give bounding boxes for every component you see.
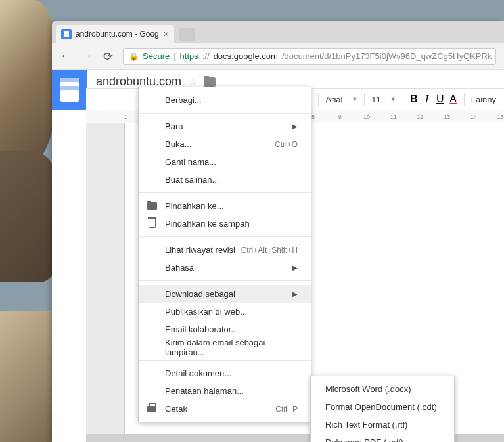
menu-copy[interactable]: Buat salinan... [139,171,311,188]
chevron-right-icon: ▶ [292,290,298,298]
trash-icon [147,219,157,229]
folder-icon[interactable] [204,77,216,87]
back-button[interactable]: ← [60,49,72,63]
browser-tab[interactable]: androbuntu.com - Goog × [56,25,174,43]
menu-email-collab[interactable]: Email kolaborator... [139,320,311,338]
download-pdf[interactable]: Dokumen PDF (.pdf) [311,433,454,442]
menu-revisions[interactable]: Lihat riwayat revisiCtrl+Alt+Shift+H [139,241,311,259]
text-color-button[interactable]: A [447,93,460,105]
font-size-selector[interactable]: 11▼ [369,95,398,104]
secure-label: Secure [143,51,170,61]
browser-window: androbuntu.com - Goog × ← → ⟳ 🔒 Secure |… [52,21,504,442]
menu-download-as[interactable]: Download sebagai▶ [139,285,311,303]
download-rtf[interactable]: Rich Text Format (.rtf) [311,416,454,433]
font-selector[interactable]: Arial▼ [323,95,360,104]
tab-bar: androbuntu.com - Goog × [52,21,504,43]
close-icon[interactable]: × [164,29,169,39]
menu-rename[interactable]: Ganti nama... [139,153,311,171]
chevron-down-icon: ▼ [390,96,396,102]
menu-print[interactable]: CetakCtrl+P [139,400,311,418]
url-host: docs.google.com [214,51,278,61]
menu-trash[interactable]: Pindahkan ke sampah [139,215,311,232]
forward-button[interactable]: → [81,49,93,63]
download-submenu: Microsoft Word (.docx) Format OpenDocume… [310,376,455,442]
italic-button[interactable]: I [421,93,434,105]
more-button[interactable]: Lainny [469,95,499,104]
lock-icon: 🔒 [129,52,139,61]
printer-icon [147,404,157,414]
url-input[interactable]: 🔒 Secure | https://docs.google.com/docum… [123,48,496,65]
address-bar: ← → ⟳ 🔒 Secure | https://docs.google.com… [52,43,504,70]
docs-favicon-icon [61,29,72,39]
menu-language[interactable]: Bahasa▶ [139,259,311,276]
url-scheme: https [180,51,198,61]
menu-share[interactable]: Berbagi... [139,91,311,109]
menu-email-attach[interactable]: Kirim dalam email sebagai lampiran... [139,338,311,356]
file-dropdown-menu: Berbagi... Baru▶ Buka...Ctrl+O Ganti nam… [138,87,311,422]
docs-logo-icon[interactable] [52,70,87,110]
chevron-right-icon: ▶ [292,123,298,130]
new-tab-button[interactable] [179,28,195,41]
menu-publish[interactable]: Publikasikan di web... [139,303,311,320]
download-docx[interactable]: Microsoft Word (.docx) [311,380,454,398]
bold-button[interactable]: B [407,93,421,105]
menu-page-setup[interactable]: Penataan halaman... [139,382,311,400]
chevron-down-icon: ▼ [352,96,357,102]
download-odt[interactable]: Format OpenDocument (.odt) [311,398,454,416]
underline-button[interactable]: U [434,93,447,105]
menu-move-to[interactable]: Pindahkan ke... [139,197,311,215]
chevron-right-icon: ▶ [292,264,298,271]
folder-icon [147,201,157,211]
menu-new[interactable]: Baru▶ [139,118,311,135]
tab-title: androbuntu.com - Goog [76,30,159,39]
menu-open[interactable]: Buka...Ctrl+O [139,135,311,153]
reload-button[interactable]: ⟳ [102,49,114,64]
url-path: /document/d/1bnPy173F5i0jWv96D_qwZCg5HyQ… [282,51,492,61]
menu-details[interactable]: Detail dokumen... [139,365,311,382]
